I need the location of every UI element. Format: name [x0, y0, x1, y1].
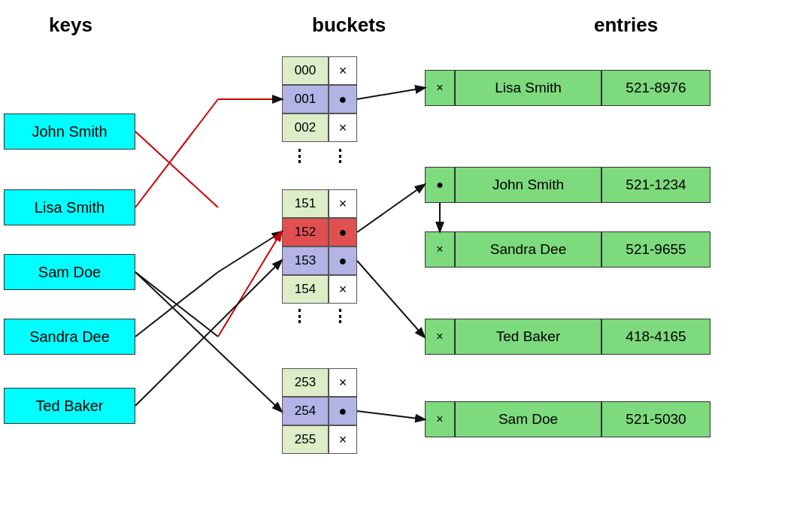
bucket-255-num: 255	[282, 425, 329, 454]
bucket-151-ptr: ×	[329, 189, 357, 218]
svg-line-0	[135, 132, 218, 207]
entry-lisa-phone: 521-8976	[601, 70, 710, 106]
bucket-000-num: 000	[282, 56, 329, 85]
bucket-154-ptr: ×	[329, 275, 357, 304]
bucket-151-num: 151	[282, 189, 329, 218]
entry-ted-name: Ted Baker	[455, 319, 601, 355]
entry-john-ptr: ●	[425, 167, 455, 203]
key-ted-baker: Ted Baker	[4, 388, 135, 424]
svg-line-6	[218, 232, 281, 337]
svg-line-9	[357, 88, 424, 99]
entries-label: entries	[594, 14, 658, 37]
bucket-153-ptr: ●	[329, 246, 357, 275]
bucket-002-num: 002	[282, 113, 329, 142]
svg-line-13	[357, 411, 424, 419]
bucket-152-num: 152	[282, 218, 329, 246]
svg-line-10	[357, 185, 424, 232]
bucket-152: 152 ●	[282, 218, 357, 246]
entry-lisa-ptr: ×	[425, 70, 455, 106]
bucket-154: 154 ×	[282, 275, 357, 304]
key-sandra-dee: Sandra Dee	[4, 319, 135, 355]
bucket-002-ptr: ×	[329, 113, 357, 142]
key-sam-doe: Sam Doe	[4, 254, 135, 290]
keys-label: keys	[49, 14, 92, 37]
colon-2: ⋮⋮	[282, 307, 357, 326]
svg-line-8	[135, 272, 281, 411]
entry-john-phone: 521-1234	[601, 167, 710, 203]
bucket-254-ptr: ●	[329, 397, 357, 425]
entry-ted-phone: 418-4165	[601, 319, 710, 355]
bucket-254-num: 254	[282, 397, 329, 425]
bucket-254: 254 ●	[282, 397, 357, 425]
bucket-000: 000 ×	[282, 56, 357, 85]
bucket-153: 153 ●	[282, 246, 357, 275]
bucket-002: 002 ×	[282, 113, 357, 142]
entry-sandra-phone: 521-9655	[601, 231, 710, 268]
svg-line-1	[135, 99, 218, 207]
bucket-255: 255 ×	[282, 425, 357, 454]
entry-lisa-name: Lisa Smith	[455, 70, 601, 106]
entry-lisa-smith: × Lisa Smith 521-8976	[425, 70, 710, 106]
svg-line-4	[135, 272, 218, 337]
svg-line-5	[218, 232, 281, 272]
buckets-label: buckets	[312, 14, 386, 37]
bucket-151: 151 ×	[282, 189, 357, 218]
bucket-255-ptr: ×	[329, 425, 357, 454]
bucket-253-num: 253	[282, 368, 329, 397]
entry-sam-phone: 521-5030	[601, 401, 710, 437]
entry-sam-ptr: ×	[425, 401, 455, 437]
svg-line-12	[357, 261, 424, 337]
key-lisa-smith: Lisa Smith	[4, 189, 135, 225]
bucket-000-ptr: ×	[329, 56, 357, 85]
svg-line-7	[135, 261, 281, 406]
entry-ted-ptr: ×	[425, 319, 455, 355]
bucket-153-num: 153	[282, 246, 329, 275]
bucket-154-num: 154	[282, 275, 329, 304]
entry-sandra-dee: × Sandra Dee 521-9655	[425, 231, 710, 268]
entry-sam-name: Sam Doe	[455, 401, 601, 437]
bucket-001-num: 001	[282, 85, 329, 113]
colon-1: ⋮⋮	[282, 147, 357, 166]
entry-john-smith: ● John Smith 521-1234	[425, 167, 710, 203]
entry-ted-baker: × Ted Baker 418-4165	[425, 319, 710, 355]
entry-sam-doe: × Sam Doe 521-5030	[425, 401, 710, 437]
entry-john-name: John Smith	[455, 167, 601, 203]
bucket-152-ptr: ●	[329, 218, 357, 246]
bucket-001: 001 ●	[282, 85, 357, 113]
entry-sandra-name: Sandra Dee	[455, 231, 601, 268]
bucket-253: 253 ×	[282, 368, 357, 397]
svg-line-3	[135, 272, 218, 337]
diagram: keys buckets entries John Smith Lisa Smi…	[0, 0, 812, 508]
key-john-smith: John Smith	[4, 113, 135, 150]
bucket-001-ptr: ●	[329, 85, 357, 113]
entry-sandra-ptr: ×	[425, 231, 455, 268]
bucket-253-ptr: ×	[329, 368, 357, 397]
